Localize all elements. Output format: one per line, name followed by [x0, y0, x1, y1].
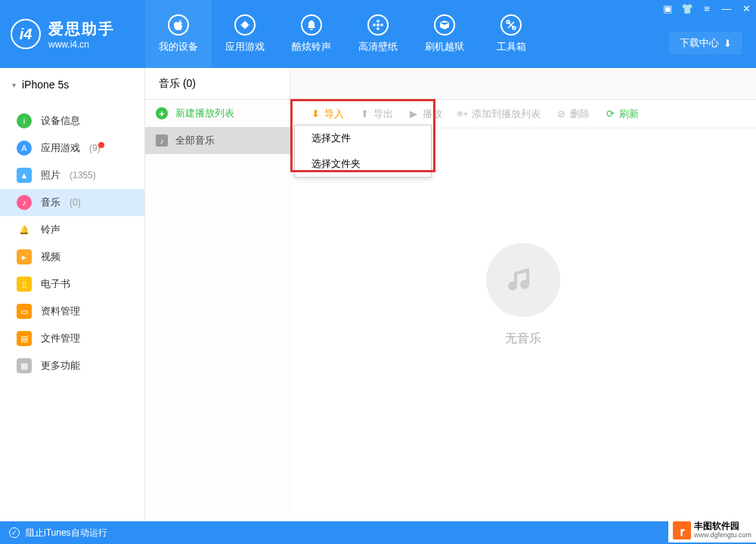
- playlist-sidebar: 音乐 (0) + 新建播放列表 ♪ 全部音乐: [145, 68, 290, 521]
- nav-label: 刷机越狱: [425, 40, 464, 54]
- sidebar-item-ringtones[interactable]: 🔔 铃声: [0, 216, 144, 243]
- nav-wallpapers[interactable]: 高清壁纸: [345, 0, 411, 68]
- export-button[interactable]: ⬆ 导出: [353, 104, 399, 124]
- refresh-label: 刷新: [619, 107, 639, 121]
- import-button[interactable]: ⬇ 导入: [304, 104, 350, 124]
- svg-point-0: [242, 22, 248, 28]
- export-icon: ⬆: [359, 109, 370, 119]
- header: i4 爱思助手 www.i4.cn 我的设备 应用游戏 酷炫铃声 高清壁纸 刷机…: [0, 0, 756, 68]
- nav-label: 高清壁纸: [358, 40, 398, 54]
- apple-icon: [168, 14, 189, 36]
- sidebar-count: (0): [70, 197, 81, 208]
- window-controls: ▣ 👕 ≡ — ✕: [661, 2, 753, 15]
- sidebar-label: 音乐: [41, 196, 60, 209]
- add-playlist-label: 添加到播放列表: [472, 107, 541, 121]
- sidebar-item-device-info[interactable]: i 设备信息: [0, 107, 144, 134]
- app-icon: A: [17, 141, 32, 156]
- add-to-playlist-button[interactable]: ≡+ 添加到播放列表: [451, 104, 547, 124]
- all-music-item[interactable]: ♪ 全部音乐: [145, 127, 290, 154]
- sidebar-label: 应用游戏: [41, 141, 80, 155]
- playlist-add-icon: ≡+: [457, 109, 468, 119]
- download-center-label: 下载中心: [680, 36, 719, 50]
- nav-toolbox[interactable]: 工具箱: [478, 0, 544, 68]
- device-name: iPhone 5s: [22, 79, 69, 91]
- sidebar-label: 电子书: [41, 277, 70, 291]
- sidebar-item-ebook[interactable]: ▯ 电子书: [0, 270, 144, 298]
- feedback-icon[interactable]: ▣: [661, 2, 674, 15]
- sidebar-item-more[interactable]: ▦ 更多功能: [0, 352, 144, 379]
- logo-area: i4 爱思助手 www.i4.cn: [0, 0, 145, 68]
- import-label: 导入: [324, 107, 344, 121]
- sidebar-label: 照片: [41, 168, 60, 182]
- skin-icon[interactable]: 👕: [680, 2, 694, 15]
- new-playlist-button[interactable]: + 新建播放列表: [145, 100, 290, 127]
- chevron-down-icon: ▾: [12, 81, 16, 89]
- sidebar-item-video[interactable]: ▸ 视频: [0, 243, 144, 270]
- sidebar-item-photos[interactable]: ▲ 照片 (1355): [0, 162, 144, 189]
- statusbar: ✓ 阻止iTunes自动运行 版本号: [0, 521, 756, 544]
- menu-icon[interactable]: ≡: [700, 2, 714, 15]
- download-center-button[interactable]: 下载中心 ⬇: [669, 32, 742, 54]
- play-button[interactable]: ▶ 播放: [402, 104, 448, 124]
- svg-point-1: [376, 23, 380, 26]
- logo-icon: i4: [11, 19, 41, 49]
- bell-icon: 🔔: [17, 222, 32, 237]
- grid-icon: ▦: [17, 358, 32, 373]
- delete-icon: ⊘: [556, 109, 566, 119]
- device-selector[interactable]: ▾ iPhone 5s: [0, 68, 144, 101]
- import-dropdown: 选择文件 选择文件夹: [294, 125, 432, 178]
- sidebar-item-data[interactable]: ▭ 资料管理: [0, 298, 144, 325]
- nav-label: 工具箱: [497, 40, 526, 54]
- nav-jailbreak[interactable]: 刷机越狱: [411, 0, 478, 68]
- logo-title: 爱思助手: [48, 19, 115, 39]
- tools-icon: [500, 14, 522, 36]
- minimize-icon[interactable]: —: [720, 2, 733, 15]
- play-icon: ▶: [408, 109, 419, 119]
- file-icon: ▤: [17, 331, 32, 346]
- book-icon: ▯: [17, 277, 32, 292]
- delete-button[interactable]: ⊘ 删除: [550, 104, 596, 124]
- svg-point-2: [376, 20, 380, 23]
- refresh-icon: ⟳: [605, 109, 615, 119]
- sidebar: ▾ iPhone 5s i 设备信息 A 应用游戏 (9) ▲ 照片 (1355…: [0, 68, 145, 521]
- delete-label: 删除: [570, 107, 590, 121]
- select-folder-item[interactable]: 选择文件夹: [295, 151, 431, 177]
- sidebar-item-files[interactable]: ▤ 文件管理: [0, 325, 144, 352]
- select-file-item[interactable]: 选择文件: [295, 125, 431, 151]
- nav-my-device[interactable]: 我的设备: [145, 0, 212, 68]
- nav-label: 应用游戏: [225, 40, 265, 54]
- sidebar-item-apps[interactable]: A 应用游戏 (9): [0, 134, 144, 162]
- block-itunes-label: 阻止iTunes自动运行: [26, 527, 107, 539]
- download-icon: ⬇: [723, 38, 732, 49]
- block-itunes-toggle[interactable]: ✓ 阻止iTunes自动运行: [9, 527, 107, 539]
- nav-label: 酷炫铃声: [292, 40, 331, 54]
- watermark-url: www.dgfengtu.com: [694, 532, 751, 539]
- info-icon: i: [17, 113, 32, 128]
- play-label: 播放: [423, 107, 442, 121]
- app-icon: [234, 14, 256, 36]
- empty-music-icon: [486, 243, 560, 317]
- music-icon: ♪: [17, 195, 32, 210]
- sidebar-label: 视频: [41, 250, 60, 264]
- nav-app-games[interactable]: 应用游戏: [212, 0, 278, 68]
- watermark-text: 丰图软件园 www.dgfengtu.com: [694, 521, 751, 539]
- bell-icon: [301, 14, 322, 36]
- svg-point-5: [380, 23, 383, 26]
- watermark-title: 丰图软件园: [694, 521, 751, 531]
- sidebar-count: (1355): [70, 170, 96, 181]
- refresh-button[interactable]: ⟳ 刷新: [599, 104, 645, 124]
- close-icon[interactable]: ✕: [739, 2, 753, 15]
- logo-url: www.i4.cn: [48, 39, 115, 50]
- playlist-list: + 新建播放列表 ♪ 全部音乐: [145, 100, 290, 521]
- sidebar-list: i 设备信息 A 应用游戏 (9) ▲ 照片 (1355) ♪ 音乐 (0) 🔔…: [0, 101, 144, 379]
- svg-point-4: [373, 23, 376, 26]
- sidebar-item-music[interactable]: ♪ 音乐 (0): [0, 189, 144, 216]
- nav-ringtones[interactable]: 酷炫铃声: [278, 0, 345, 68]
- flower-icon: [367, 14, 389, 36]
- music-icon: ♪: [156, 134, 168, 147]
- folder-icon: ▭: [17, 304, 32, 319]
- sidebar-label: 资料管理: [41, 304, 80, 318]
- tab-strip: [290, 68, 756, 100]
- new-playlist-label: 新建播放列表: [175, 107, 234, 120]
- music-tab[interactable]: 音乐 (0): [145, 68, 290, 100]
